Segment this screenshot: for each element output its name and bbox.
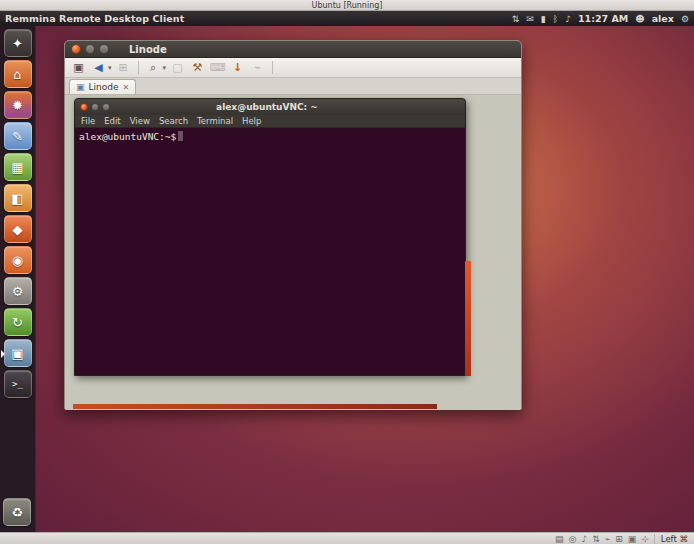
terminal-menubar: File Edit View Search Terminal Help [75, 115, 465, 128]
remmina-window: Linode ▣ ◀ ▾ ⊞ ⌕ ▾ ▢ ⚒ ⌨ ↓ ⌁ ▣ Lino [64, 40, 522, 410]
launcher-item-firefox[interactable]: ✹ [4, 91, 32, 119]
remote-desktop-viewport[interactable]: alex@ubuntuVNC: ~ File Edit View Search … [65, 95, 521, 410]
launcher-item-home-folder[interactable]: ⌂ [4, 60, 32, 88]
launcher-item-system-settings[interactable]: ⚙ [4, 277, 32, 305]
monitor-icon: ▣ [76, 82, 85, 92]
screenshot-tool[interactable]: ▣ [70, 60, 87, 76]
back-tool[interactable]: ◀ [90, 60, 107, 76]
menu-edit[interactable]: Edit [104, 116, 120, 126]
mouse-integration-icon[interactable]: ⊹ [641, 534, 649, 544]
launcher-item-libreoffice-writer[interactable]: ✎ [4, 122, 32, 150]
mail-indicator-icon[interactable]: ✉ [526, 14, 534, 24]
launcher-item-ubuntu-one[interactable]: ◉ [4, 246, 32, 274]
calc-icon: ▦ [11, 160, 23, 175]
minimize-button[interactable] [85, 44, 95, 54]
launcher-item-libreoffice-calc[interactable]: ▦ [4, 153, 32, 181]
dropdown-caret-icon[interactable]: ▾ [108, 64, 112, 72]
close-button[interactable] [80, 103, 88, 111]
usb-icon[interactable]: ⌁ [605, 534, 610, 544]
menu-help[interactable]: Help [242, 116, 261, 126]
audio-icon[interactable]: ♪ [581, 534, 587, 544]
window-controls [65, 44, 115, 54]
software-center-icon: ◆ [13, 222, 23, 237]
maximize-button[interactable] [102, 103, 110, 111]
remote-wallpaper-strip [465, 261, 471, 376]
menu-file[interactable]: File [81, 116, 95, 126]
ubuntu-one-icon: ◉ [12, 253, 23, 268]
home-folder-icon: ⌂ [13, 67, 21, 82]
launcher-item-update-manager[interactable]: ↻ [4, 308, 32, 336]
toolbar-separator [272, 61, 273, 74]
network-indicator-icon[interactable]: ⇅ [512, 14, 520, 24]
keyboard-tool[interactable]: ⌨ [209, 60, 226, 76]
vbox-titlebar[interactable]: Ubuntu [Running] [0, 0, 694, 11]
display-icon[interactable]: ▣ [628, 534, 637, 544]
writer-icon: ✎ [12, 129, 23, 144]
user-menu[interactable]: alex [652, 13, 674, 24]
impress-icon: ◧ [11, 191, 23, 206]
remmina-toolbar: ▣ ◀ ▾ ⊞ ⌕ ▾ ▢ ⚒ ⌨ ↓ ⌁ [65, 58, 521, 78]
virtualbox-window: Ubuntu [Running] Remmina Remote Desktop … [0, 0, 694, 544]
launcher-item-remmina[interactable]: ▣ [4, 339, 32, 367]
unity-launcher: ✦ ⌂ ✹ ✎ ▦ ◧ ◆ ◉ ⚙ ↻ ▣ >_ ♻ [0, 26, 36, 532]
running-indicator [1, 350, 5, 358]
vbox-statusbar: ▤ ◎ ♪ ⇅ ⌁ ⊞ ▣ ⊹ Left ⌘ [0, 532, 694, 544]
network-icon[interactable]: ⇅ [592, 534, 600, 544]
remote-terminal-window: alex@ubuntuVNC: ~ File Edit View Search … [74, 98, 466, 376]
terminal-body[interactable]: alex@ubuntuVNC:~$ [75, 128, 465, 375]
active-app-title[interactable]: Remmina Remote Desktop Client [0, 13, 184, 24]
remmina-titlebar[interactable]: Linode [65, 41, 521, 58]
session-gear-icon[interactable]: ⚙ [681, 14, 689, 24]
update-icon: ↻ [12, 315, 23, 330]
remmina-tabbar: ▣ Linode ✕ [65, 78, 521, 95]
remote-wallpaper-strip [73, 404, 437, 409]
firefox-icon: ✹ [12, 98, 23, 113]
dropdown-caret-icon[interactable]: ▾ [163, 64, 167, 72]
toolbar-separator [138, 61, 139, 74]
ubuntu-top-panel: Remmina Remote Desktop Client ⇅ ✉ ▮ ᛒ ♪ … [0, 11, 694, 26]
grab-tool[interactable]: ↓ [229, 60, 246, 76]
dash-icon: ✦ [12, 36, 23, 51]
harddisk-icon[interactable]: ▤ [555, 534, 564, 544]
window-title: Linode [129, 44, 167, 55]
desktop-wallpaper: ✦ ⌂ ✹ ✎ ▦ ◧ ◆ ◉ ⚙ ↻ ▣ >_ ♻ [0, 26, 694, 532]
disconnect-tool[interactable]: ⌁ [249, 60, 266, 76]
launcher-item-trash[interactable]: ♻ [3, 498, 31, 526]
battery-indicator-icon[interactable]: ▮ [541, 14, 546, 24]
fullscreen-tool[interactable]: ▢ [169, 60, 186, 76]
terminal-cursor [178, 131, 183, 141]
menu-terminal[interactable]: Terminal [197, 116, 233, 126]
terminal-prompt: alex@ubuntuVNC:~$ [79, 131, 176, 142]
zoom-tool[interactable]: ⌕ [145, 60, 162, 76]
launcher-item-dash-home[interactable]: ✦ [4, 29, 32, 57]
tab-label: Linode [89, 82, 119, 92]
tab-linode[interactable]: ▣ Linode ✕ [69, 79, 136, 94]
preferences-tool[interactable]: ⚒ [189, 60, 206, 76]
terminal-icon: >_ [12, 379, 23, 389]
user-icon: ☻ [635, 14, 644, 24]
volume-indicator-icon[interactable]: ♪ [565, 14, 571, 24]
trash-icon: ♻ [11, 505, 23, 520]
bluetooth-indicator-icon[interactable]: ᛒ [553, 14, 558, 24]
launcher-item-libreoffice-impress[interactable]: ◧ [4, 184, 32, 212]
vbox-title: Ubuntu [Running] [312, 1, 383, 10]
launcher-item-software-center[interactable]: ◆ [4, 215, 32, 243]
terminal-window-title: alex@ubuntuVNC: ~ [115, 102, 419, 112]
shared-folders-icon[interactable]: ⊞ [615, 534, 623, 544]
minimize-button[interactable] [91, 103, 99, 111]
launcher-item-terminal[interactable]: >_ [4, 370, 32, 398]
terminal-titlebar[interactable]: alex@ubuntuVNC: ~ [75, 99, 465, 115]
duplicate-tool[interactable]: ⊞ [115, 60, 132, 76]
maximize-button[interactable] [99, 44, 109, 54]
close-button[interactable] [71, 44, 81, 54]
menu-view[interactable]: View [130, 116, 150, 126]
clock-indicator[interactable]: 11:27 AM [578, 13, 628, 24]
indicator-tray: ⇅ ✉ ▮ ᛒ ♪ 11:27 AM ☻ alex ⚙ [512, 13, 694, 24]
remmina-icon: ▣ [11, 346, 23, 361]
tab-close-icon[interactable]: ✕ [123, 83, 130, 92]
host-key-indicator: Left ⌘ [654, 534, 688, 544]
terminal-window-controls [75, 103, 115, 111]
cdrom-icon[interactable]: ◎ [569, 534, 577, 544]
menu-search[interactable]: Search [159, 116, 188, 126]
settings-gear-icon: ⚙ [12, 284, 24, 299]
